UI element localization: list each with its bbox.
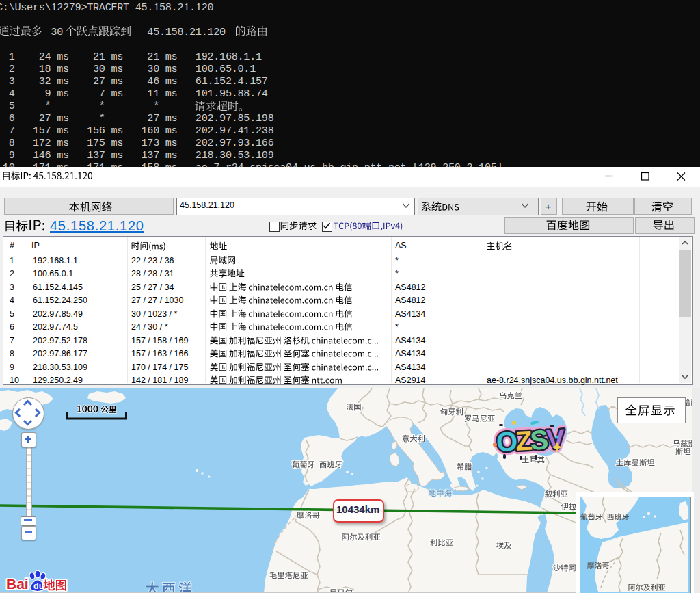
svg-text:Bai: Bai [6, 576, 29, 592]
svg-text:OZSV: OZSV [496, 423, 565, 457]
